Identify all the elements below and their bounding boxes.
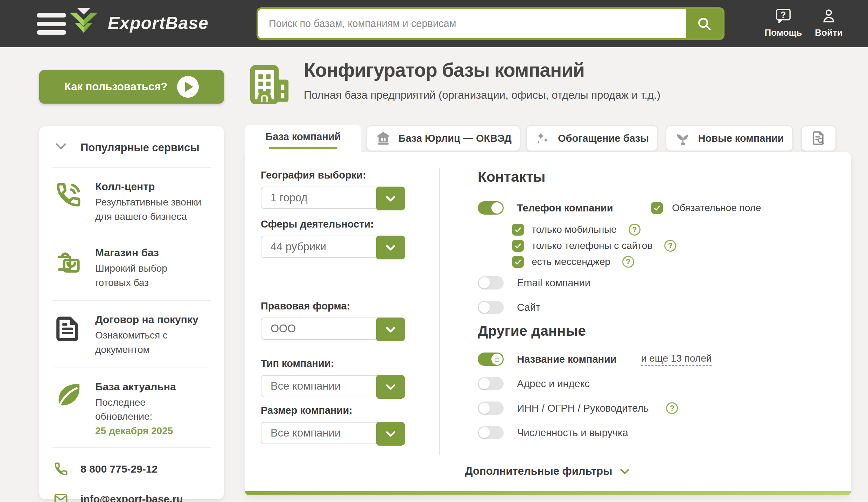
field-label: Размер компании: xyxy=(261,405,405,416)
help-icon: ? xyxy=(775,8,792,25)
toggle-knob xyxy=(479,427,490,438)
last-update-date: 25 декабря 2025 xyxy=(95,425,204,437)
tab-new-companies[interactable]: Новые компании xyxy=(666,125,793,151)
field-company-type: Тип компании: Все компании xyxy=(261,358,405,397)
search-bar xyxy=(257,7,724,40)
company-size-select[interactable]: Все компании xyxy=(261,422,405,444)
check-icon xyxy=(514,225,522,234)
tab-company-base[interactable]: База компаний xyxy=(245,125,361,157)
check-icon xyxy=(514,242,522,250)
phone-contact[interactable]: 8 800 775-29-12 xyxy=(52,454,211,484)
site-toggle[interactable] xyxy=(478,301,504,314)
tab-label: База Юрлиц — ОКВЭД xyxy=(398,133,511,144)
play-icon xyxy=(177,76,199,98)
question-icon[interactable]: ? xyxy=(664,240,676,252)
email-contact[interactable]: info@export-base.ru xyxy=(52,484,211,502)
geography-select-arrow[interactable] xyxy=(376,187,405,210)
building-icon xyxy=(249,64,291,107)
site-row: Сайт xyxy=(478,300,540,315)
check-icon xyxy=(514,258,522,266)
phone-icon xyxy=(53,461,69,477)
legal-form-select-arrow[interactable] xyxy=(376,318,405,341)
more-fields-link[interactable]: и еще 13 полей xyxy=(641,353,712,366)
divider xyxy=(52,447,211,448)
site-phones-checkbox[interactable] xyxy=(512,240,524,252)
industries-select-arrow[interactable] xyxy=(376,236,405,259)
chevron-down-icon xyxy=(384,241,397,254)
user-icon xyxy=(820,8,838,25)
sidebar-item-base-shop[interactable]: Магазин баз Широкий выбор готовых баз xyxy=(52,234,211,300)
question-icon[interactable]: ? xyxy=(629,224,640,236)
active-tab-underline xyxy=(269,147,337,149)
service-title: Магазин баз xyxy=(95,247,204,259)
staff-revenue-label: Численность и выручка xyxy=(517,427,628,439)
company-email-row: Email компании xyxy=(478,275,590,291)
company-name-toggle[interactable] xyxy=(478,353,504,366)
site-phones-row: только телефоны с сайтов ? xyxy=(512,239,676,253)
legal-form-select[interactable]: ООО xyxy=(261,318,405,340)
popular-services-label: Популярные сервисы xyxy=(80,141,200,154)
inn-toggle[interactable] xyxy=(478,402,504,415)
how-to-use-button[interactable]: Как пользоваться? xyxy=(39,70,224,104)
field-geography: География выборки: 1 город xyxy=(261,169,405,209)
other-data-heading: Другие данные xyxy=(478,323,586,339)
lock-icon xyxy=(493,355,501,363)
service-desc: Последнее обновление: xyxy=(95,396,204,424)
logo[interactable]: ExportBase xyxy=(66,5,209,41)
tab-label: База компаний xyxy=(265,131,341,142)
logo-chevron-icon xyxy=(66,5,102,41)
select-value: 1 город xyxy=(271,191,308,204)
tab-legal-entities[interactable]: База Юрлиц — ОКВЭД xyxy=(366,125,520,151)
brand-name: ExportBase xyxy=(108,13,209,33)
company-email-toggle[interactable] xyxy=(478,276,504,290)
page-subtitle: Полная база предприятий (организации, оф… xyxy=(304,89,660,102)
login-button[interactable]: Войти xyxy=(801,8,857,38)
industries-select[interactable]: 44 рубрики xyxy=(261,236,405,258)
sidebar-item-contract[interactable]: Договор на покупку Ознакомиться с докуме… xyxy=(52,301,211,367)
messenger-label: есть мессенджер xyxy=(532,256,610,267)
field-label: География выборки: xyxy=(261,169,405,181)
popular-services-header[interactable]: Популярные сервисы xyxy=(52,126,211,167)
menu-icon[interactable] xyxy=(37,13,66,35)
how-to-use-label: Как пользоваться? xyxy=(64,81,167,93)
sidebar-item-call-center[interactable]: Колл-центр Результативные звонки для ваш… xyxy=(52,168,211,234)
additional-filters-button[interactable]: Дополнительные фильтры xyxy=(245,465,851,477)
document-search-button[interactable] xyxy=(801,125,836,151)
question-icon[interactable]: ? xyxy=(666,402,678,414)
geography-select[interactable]: 1 город xyxy=(261,187,405,209)
toggle-knob xyxy=(479,277,490,288)
company-phone-row: Телефон компании xyxy=(478,200,613,216)
messenger-checkbox[interactable] xyxy=(512,256,524,268)
tab-bar: База Юрлиц — ОКВЭД Обогащение базы Новые… xyxy=(245,125,851,153)
company-phone-toggle[interactable] xyxy=(478,201,504,215)
sparkles-icon xyxy=(535,130,551,146)
tab-enrichment[interactable]: Обогащение базы xyxy=(526,125,658,151)
additional-filters-label: Дополнительные фильтры xyxy=(465,465,612,477)
question-icon[interactable]: ? xyxy=(622,256,634,268)
mobile-only-label: только мобильные xyxy=(532,224,617,235)
document-search-icon xyxy=(810,130,827,147)
address-label: Адрес и индекс xyxy=(517,378,590,390)
search-input[interactable] xyxy=(258,9,686,38)
top-bar: ExportBase ? Помощь Войти xyxy=(0,0,868,47)
select-value: Все компании xyxy=(271,427,341,439)
search-button[interactable] xyxy=(686,9,723,38)
sidebar-contacts: 8 800 775-29-12 info@export-base.ru Tele… xyxy=(52,454,211,502)
select-value: 44 рубрики xyxy=(271,240,326,253)
company-type-select-arrow[interactable] xyxy=(376,375,405,399)
company-type-select[interactable]: Все компании xyxy=(261,375,405,397)
address-toggle[interactable] xyxy=(478,377,504,390)
company-size-select-arrow[interactable] xyxy=(376,422,405,446)
tab-label: Новые компании xyxy=(698,133,784,144)
required-field-checkbox[interactable] xyxy=(651,202,663,214)
company-name-row: Название компании и еще 13 полей xyxy=(478,351,712,367)
chevron-down-icon xyxy=(55,140,70,155)
staff-revenue-toggle[interactable] xyxy=(478,426,504,439)
chevron-down-icon xyxy=(384,381,397,393)
service-title: База актуальна xyxy=(95,381,204,393)
sidebar-item-base-actual[interactable]: База актуальна Последнее обновление: 25 … xyxy=(52,368,211,447)
mobile-only-checkbox[interactable] xyxy=(512,224,524,236)
service-desc: Результативные звонки для вашего бизнеса xyxy=(95,195,204,224)
shop-bag-icon xyxy=(53,247,83,277)
call-center-icon xyxy=(53,181,83,211)
